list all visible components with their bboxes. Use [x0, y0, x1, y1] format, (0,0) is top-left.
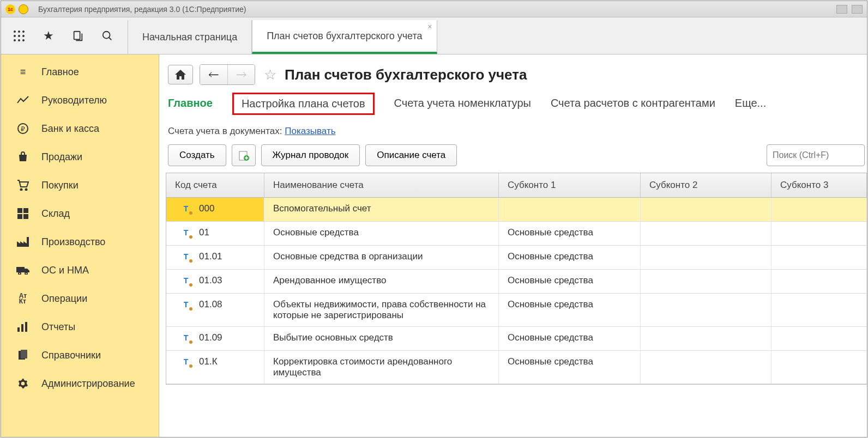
accounts-table: Код счета Наименование счета Субконто 1 … — [166, 173, 867, 385]
subtabs: Главное Настройка плана счетов Счета уче… — [166, 95, 867, 126]
table-row[interactable]: T01Основные средстваОсновные средства — [166, 222, 867, 246]
cart-icon — [16, 179, 29, 192]
sidebar-item-purchases[interactable]: Покупки — [1, 171, 159, 199]
gear-icon — [16, 377, 29, 390]
subtab-nomenclature[interactable]: Счета учета номенклатуры — [394, 97, 531, 115]
cell-code: T01.08 — [166, 294, 264, 326]
table-row[interactable]: T01.01Основные средства в организацииОсн… — [166, 246, 867, 270]
page-title: План счетов бухгалтерского учета — [285, 66, 527, 83]
svg-line-11 — [109, 37, 112, 40]
doc-accounts-link[interactable]: Показывать — [285, 126, 335, 136]
subtab-settings[interactable]: Настройка плана счетов — [232, 93, 375, 115]
svg-rect-19 — [23, 214, 28, 219]
sidebar-item-bank[interactable]: ₽ Банк и касса — [1, 114, 159, 143]
forward-button[interactable]: 🡒 — [227, 65, 255, 84]
cell-name: Вспомогательный счет — [264, 198, 499, 221]
sidebar-item-main[interactable]: ≡ Главное — [1, 58, 159, 86]
journal-button[interactable]: Журнал проводок — [261, 144, 360, 166]
table-row[interactable]: T01.ККорректировка стоимости арендованно… — [166, 351, 867, 384]
sidebar-item-label: Склад — [41, 208, 70, 220]
factory-icon — [16, 235, 29, 248]
table-row[interactable]: T01.03Арендованное имуществоОсновные сре… — [166, 270, 867, 294]
col-code[interactable]: Код счета — [166, 173, 264, 197]
svg-rect-17 — [23, 208, 28, 213]
subtab-more[interactable]: Еще... — [735, 97, 766, 115]
cell-sub1 — [499, 198, 641, 221]
tab-start[interactable]: Начальная страница — [128, 20, 252, 54]
history-icon[interactable] — [71, 29, 85, 43]
cell-code: T01 — [166, 222, 264, 245]
sidebar-item-label: Продажи — [41, 151, 82, 163]
back-button[interactable]: 🡐 — [200, 65, 227, 84]
sidebar-item-label: ОС и НМА — [41, 265, 89, 276]
truck-icon — [16, 264, 29, 277]
window-title: Бухгалтерия предприятия, редакция 3.0 (1… — [38, 5, 246, 14]
window-action-icon[interactable] — [836, 5, 847, 14]
table-row[interactable]: T01.09Выбытие основных средствОсновные с… — [166, 327, 867, 351]
home-button[interactable] — [168, 65, 193, 84]
account-type-icon: T — [180, 333, 191, 343]
ruble-icon: ₽ — [16, 122, 29, 135]
bag-icon — [16, 150, 29, 163]
cell-sub2 — [641, 294, 771, 326]
sidebar-item-operations[interactable]: АтКт Операции — [1, 284, 159, 313]
sidebar-item-sales[interactable]: Продажи — [1, 143, 159, 171]
grid-icon — [16, 207, 29, 220]
description-button[interactable]: Описание счета — [365, 144, 457, 166]
cell-code: T01.01 — [166, 246, 264, 269]
favorite-button[interactable]: ☆ — [262, 66, 278, 83]
top-toolbar: ★ Начальная страница План счетов бухгалт… — [1, 17, 867, 54]
svg-point-21 — [19, 272, 21, 275]
search-icon[interactable] — [100, 29, 114, 43]
cell-sub1: Основные средства — [499, 351, 641, 384]
titlebar: 1c Бухгалтерия предприятия, редакция 3.0… — [1, 1, 867, 17]
svg-text:₽: ₽ — [21, 125, 25, 133]
table-body: T000Вспомогательный счетT01Основные сред… — [166, 198, 867, 384]
sidebar-item-warehouse[interactable]: Склад — [1, 199, 159, 228]
cell-sub3 — [771, 246, 867, 269]
svg-point-15 — [26, 189, 27, 191]
svg-point-3 — [14, 35, 16, 37]
menu-icon: ≡ — [16, 65, 29, 78]
cell-sub1: Основные средства — [499, 270, 641, 293]
table-row[interactable]: T000Вспомогательный счет — [166, 198, 867, 222]
sidebar-item-assets[interactable]: ОС и НМА — [1, 256, 159, 284]
sidebar-item-production[interactable]: Производство — [1, 228, 159, 256]
sidebar-item-admin[interactable]: Администрирование — [1, 369, 159, 398]
subtab-contractors[interactable]: Счета расчетов с контрагентами — [551, 97, 715, 115]
tab-chart-of-accounts[interactable]: План счетов бухгалтерского учета × — [252, 20, 437, 54]
sidebar-item-manager[interactable]: Руководителю — [1, 86, 159, 114]
table-row[interactable]: T01.08Объекты недвижимости, права собств… — [166, 294, 867, 327]
col-sub2[interactable]: Субконто 2 — [641, 173, 771, 197]
cell-sub1: Основные средства — [499, 222, 641, 245]
apps-icon[interactable] — [12, 29, 26, 43]
svg-point-8 — [22, 39, 25, 41]
sidebar: ≡ Главное Руководителю ₽ Банк и касса Пр — [1, 54, 159, 437]
svg-point-6 — [14, 39, 16, 41]
svg-point-4 — [18, 35, 20, 37]
account-type-icon: T — [180, 276, 191, 285]
close-icon[interactable]: × — [427, 22, 432, 31]
sidebar-item-reports[interactable]: Отчеты — [1, 313, 159, 341]
cell-sub1: Основные средства — [499, 294, 641, 326]
subtab-main[interactable]: Главное — [168, 97, 213, 115]
window-minimize-icon[interactable] — [19, 4, 28, 14]
window-print-icon[interactable] — [852, 5, 863, 14]
col-sub3[interactable]: Субконто 3 — [771, 173, 867, 197]
create-button[interactable]: Создать — [168, 144, 226, 166]
search-input[interactable] — [767, 144, 865, 166]
col-sub1[interactable]: Субконто 1 — [499, 173, 641, 197]
star-icon[interactable]: ★ — [41, 29, 56, 43]
cell-code: T01.09 — [166, 327, 264, 350]
add-item-button[interactable] — [232, 144, 256, 166]
svg-point-1 — [18, 31, 20, 33]
svg-rect-20 — [16, 267, 25, 272]
sidebar-item-directories[interactable]: Справочники — [1, 341, 159, 369]
cell-name: Основные средства в организации — [264, 246, 499, 269]
col-name[interactable]: Наименование счета — [264, 173, 499, 197]
svg-point-22 — [25, 272, 27, 275]
bars-icon — [16, 320, 29, 333]
tab-label: Начальная страница — [142, 32, 237, 43]
tab-label: План счетов бухгалтерского учета — [267, 31, 422, 42]
svg-rect-23 — [17, 327, 20, 332]
